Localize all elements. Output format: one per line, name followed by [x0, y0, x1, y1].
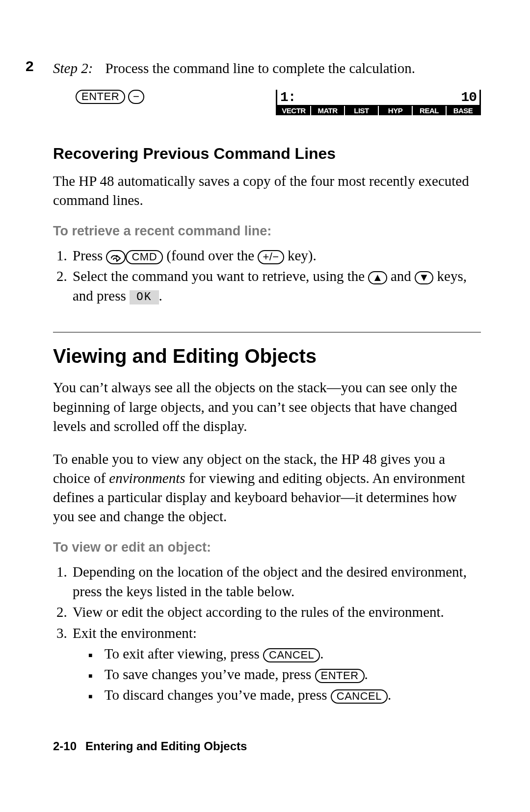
text: To save changes you’ve made, press [105, 666, 315, 682]
list-item: View or edit the object according to the… [71, 602, 481, 622]
sub-bullets: To exit after viewing, press CANCEL. To … [73, 644, 481, 705]
menu-tab: BASE [447, 106, 479, 115]
menu-tab: MATR [311, 106, 345, 115]
list-item: Press CMD (found over the +/− key). [71, 246, 481, 265]
down-arrow-key: ▼ [415, 271, 433, 284]
menu-tab: VECTR [277, 106, 311, 115]
enter-key: ENTER [76, 90, 125, 104]
enter-key: ENTER [315, 669, 365, 683]
bullet-item: To exit after viewing, press CANCEL. [86, 644, 481, 663]
right-shift-key [106, 250, 126, 264]
text: Select the command you want to retrieve,… [73, 268, 368, 284]
step-example-row: ENTER − 1: 10 VECTR MATR LIST HYP REAL B… [76, 90, 481, 115]
heading-viewing: Viewing and Editing Objects [53, 345, 481, 367]
section-rule [53, 332, 481, 332]
list-item: Exit the environment: To exit after view… [71, 623, 481, 705]
display-stack-line: 1: 10 [276, 90, 481, 106]
subhead-retrieve: To retrieve a recent command line: [53, 224, 481, 239]
subhead-view-edit: To view or edit an object: [53, 540, 481, 555]
display-menubar: VECTR MATR LIST HYP REAL BASE [276, 106, 481, 115]
steps-retrieve: Press CMD (found over the +/− key). Sele… [53, 246, 481, 305]
para-view-2: To enable you to view any object on the … [53, 450, 481, 527]
para-view-1: You can’t always see all the objects on … [53, 378, 481, 435]
text: Press [73, 248, 106, 263]
ok-softkey: OK [130, 290, 159, 304]
bullet-item: To discard changes you’ve made, press CA… [86, 685, 481, 705]
up-arrow-key: ▲ [368, 271, 387, 284]
list-item: Select the command you want to retrieve,… [71, 266, 481, 305]
text: (found over the [163, 248, 258, 263]
bullet-item: To save changes you’ve made, press ENTER… [86, 664, 481, 684]
chapter-number: 2 [26, 58, 34, 75]
cmd-key: CMD [126, 250, 163, 264]
heading-recovering: Recovering Previous Command Lines [53, 145, 481, 163]
text: Exit the environment: [73, 625, 197, 641]
page-number: 2-10 [53, 739, 77, 753]
text: key). [284, 248, 317, 263]
plus-minus-key: +/− [258, 250, 284, 264]
cancel-key: CANCEL [331, 689, 388, 704]
display-level: 1: [280, 90, 296, 105]
page: 2 Step 2: Process the command line to co… [0, 0, 530, 812]
cancel-key: CANCEL [263, 648, 320, 662]
menu-tab: HYP [379, 106, 413, 115]
list-item: Depending on the location of the object … [71, 562, 481, 601]
step-label: Step 2: [53, 60, 93, 76]
menu-tab: REAL [413, 106, 447, 115]
minus-key: − [128, 90, 144, 104]
menu-tab: LIST [345, 106, 379, 115]
text: . [388, 687, 391, 703]
key-sequence: ENTER − [76, 90, 144, 104]
text: and [387, 268, 415, 284]
display-value: 10 [461, 90, 477, 105]
para-recover: The HP 48 automatically saves a copy of … [53, 172, 481, 210]
text: . [365, 666, 368, 682]
page-footer: 2-10Entering and Editing Objects [53, 739, 247, 753]
text: . [159, 288, 162, 304]
step-text: Process the command line to complete the… [106, 60, 415, 76]
text: . [320, 646, 323, 661]
calculator-display: 1: 10 VECTR MATR LIST HYP REAL BASE [276, 90, 481, 115]
footer-title: Entering and Editing Objects [85, 739, 247, 753]
steps-view: Depending on the location of the object … [53, 562, 481, 704]
step-line: Step 2: Process the command line to comp… [53, 59, 481, 78]
emphasis: environments [109, 470, 185, 486]
text: To exit after viewing, press [105, 646, 263, 661]
text: To discard changes you’ve made, press [105, 687, 331, 703]
